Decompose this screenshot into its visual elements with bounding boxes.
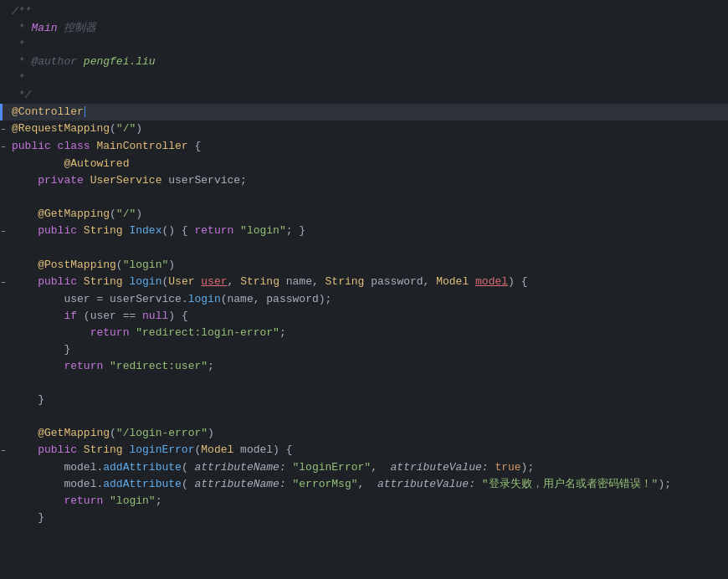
line-content-2: * Main 控制器 [7, 20, 715, 37]
line-content-21: } [7, 341, 715, 358]
code-line-29: model.addAttribute( attributeName: "erro… [0, 476, 728, 493]
line-content-17: public String login(User user, String na… [7, 274, 715, 290]
fold-14[interactable]: – [0, 223, 7, 240]
fold-9[interactable]: – [0, 139, 7, 156]
code-line-23 [0, 375, 728, 392]
gutter-27: – [0, 443, 7, 459]
line-content-29: model.addAttribute( attributeName: "erro… [7, 476, 715, 493]
code-line-22: return "redirect:user"; [0, 358, 728, 375]
code-line-4: * @author pengfei.liu [0, 54, 728, 70]
code-line-18: user = userService.login(name, password)… [0, 291, 728, 308]
code-line-17: – public String login(User user, String … [0, 274, 728, 291]
line-content-8: @RequestMapping("/") [7, 120, 715, 137]
code-line-21: } [0, 341, 728, 358]
gutter-17: – [0, 274, 7, 291]
code-line-31: } [0, 510, 728, 526]
line-content-9: public class MainController { [7, 138, 715, 155]
gutter-8: – [0, 121, 7, 138]
code-line-11: private UserService userService; [0, 172, 728, 189]
line-content-5: * [7, 70, 715, 87]
code-line-9: – public class MainController { [0, 138, 728, 156]
line-content-19: if (user == null) { [7, 308, 715, 325]
gutter-14: – [0, 223, 7, 240]
code-line-30: return "login"; [0, 493, 728, 510]
code-line-26: @GetMapping("/login-error") [0, 425, 728, 442]
code-line-28: model.addAttribute( attributeName: "logi… [0, 459, 728, 476]
line-content-18: user = userService.login(name, password)… [7, 291, 715, 308]
code-line-25 [0, 408, 728, 425]
code-line-7: @Controller [0, 104, 728, 120]
line-content-26: @GetMapping("/login-error") [7, 425, 715, 442]
code-editor: /** * Main 控制器 * * @author pengfei.liu *… [0, 0, 728, 579]
code-line-3: * [0, 37, 728, 54]
line-content-23 [7, 375, 715, 392]
code-line-12 [0, 189, 728, 206]
line-content-15 [7, 240, 715, 257]
line-content-4: * @author pengfei.liu [7, 54, 715, 70]
line-content-24: } [7, 392, 715, 408]
code-line-20: return "redirect:login-error"; [0, 325, 728, 341]
line-content-31: } [7, 510, 715, 526]
line-content-1: /** [7, 3, 715, 20]
code-line-19: if (user == null) { [0, 308, 728, 325]
code-line-6: */ [0, 87, 728, 104]
line-content-20: return "redirect:login-error"; [7, 325, 715, 341]
code-line-8: – @RequestMapping("/") [0, 120, 728, 138]
cursor-indicator [0, 104, 3, 120]
line-content-3: * [7, 37, 715, 54]
line-content-22: return "redirect:user"; [7, 358, 715, 375]
code-line-16: @PostMapping("login") [0, 257, 728, 274]
code-line-2: * Main 控制器 [0, 20, 728, 37]
code-line-24: } [0, 392, 728, 408]
line-content-14: public String Index() { return "login"; … [7, 223, 715, 239]
code-line-10: @Autowired [0, 156, 728, 172]
code-line-5: * [0, 70, 728, 87]
code-line-1: /** [0, 3, 728, 20]
line-content-7: @Controller [7, 104, 715, 120]
line-content-10: @Autowired [7, 156, 715, 172]
code-line-27: – public String loginError(Model model) … [0, 442, 728, 459]
line-content-30: return "login"; [7, 493, 715, 510]
code-line-15 [0, 240, 728, 257]
line-content-28: model.addAttribute( attributeName: "logi… [7, 459, 715, 476]
line-content-11: private UserService userService; [7, 172, 715, 189]
fold-17[interactable]: – [0, 274, 7, 291]
code-line-14: – public String Index() { return "login"… [0, 223, 728, 240]
line-content-13: @GetMapping("/") [7, 206, 715, 223]
line-content-12 [7, 189, 715, 206]
line-content-25 [7, 408, 715, 425]
fold-27[interactable]: – [0, 443, 7, 459]
line-content-6: */ [7, 87, 715, 104]
line-content-27: public String loginError(Model model) { [7, 442, 715, 459]
gutter-9: – [0, 139, 7, 156]
code-line-13: @GetMapping("/") [0, 206, 728, 223]
line-content-16: @PostMapping("login") [7, 257, 715, 274]
fold-8[interactable]: – [0, 121, 7, 138]
